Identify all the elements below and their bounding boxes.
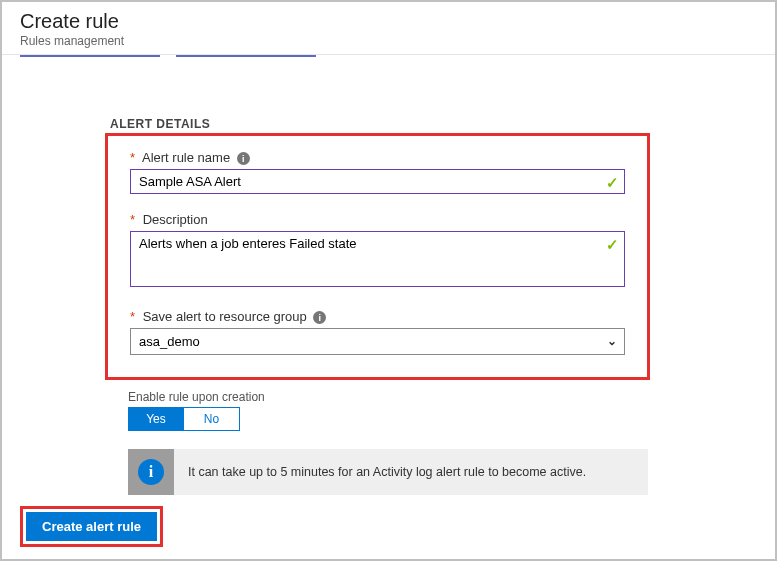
resource-group-select[interactable]: asa_demo (130, 328, 625, 355)
required-asterisk: * (130, 150, 135, 165)
prior-section-tabs (20, 55, 757, 57)
description-label: * Description (130, 212, 625, 227)
rule-name-label: * Alert rule name i (130, 150, 625, 165)
enable-no-button[interactable]: No (184, 407, 240, 431)
enable-yes-button[interactable]: Yes (128, 407, 184, 431)
create-alert-rule-button[interactable]: Create alert rule (26, 512, 157, 541)
check-icon: ✓ (606, 236, 619, 254)
page-header: Create rule Rules management (2, 2, 775, 55)
rule-name-input[interactable] (130, 169, 625, 194)
required-asterisk: * (130, 212, 135, 227)
page-subtitle: Rules management (20, 34, 757, 48)
info-icon-box: i (128, 449, 174, 495)
check-icon: ✓ (606, 174, 619, 192)
enable-rule-label: Enable rule upon creation (128, 390, 757, 404)
section-title: ALERT DETAILS (110, 117, 757, 131)
enable-rule-toggle: Yes No (128, 407, 757, 431)
notice-text: It can take up to 5 minutes for an Activ… (174, 465, 600, 479)
alert-details-panel: * Alert rule name i ✓ * Description Aler… (105, 133, 650, 380)
required-asterisk: * (130, 309, 135, 324)
info-icon: i (138, 459, 164, 485)
create-button-highlight: Create alert rule (20, 506, 163, 547)
info-icon[interactable]: i (313, 311, 326, 324)
resource-group-label: * Save alert to resource group i (130, 309, 625, 324)
page-title: Create rule (20, 10, 757, 33)
description-input[interactable]: Alerts when a job enteres Failed state (130, 231, 625, 287)
info-icon[interactable]: i (237, 152, 250, 165)
activation-notice: i It can take up to 5 minutes for an Act… (128, 449, 648, 495)
